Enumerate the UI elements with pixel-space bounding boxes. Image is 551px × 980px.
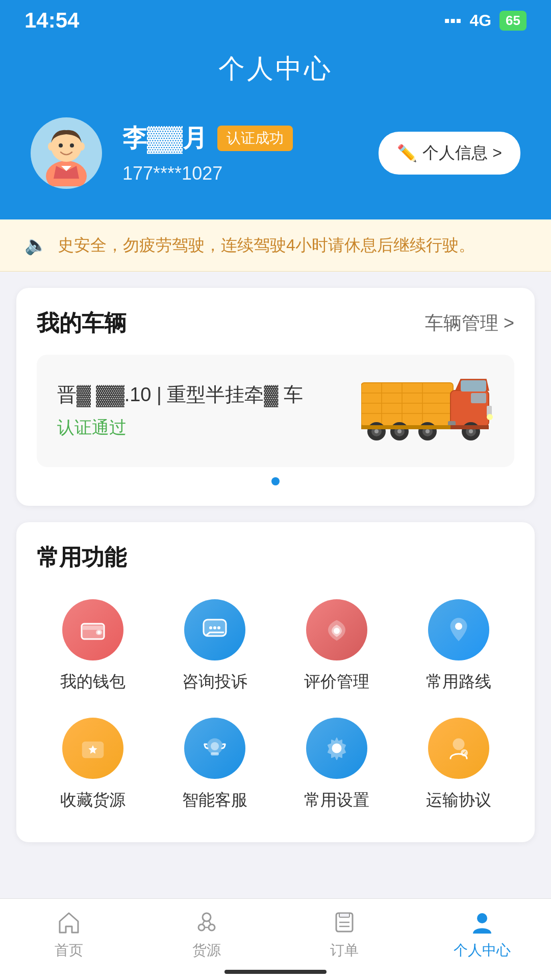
cert-badge: 认证成功 — [217, 126, 293, 151]
functions-grid: 我的钱包 咨询投诉 — [37, 589, 514, 822]
svg-point-5 — [48, 142, 54, 151]
collect-label: 收藏货源 — [60, 789, 126, 812]
profile-name: 李▓▓月 — [122, 122, 207, 155]
vehicle-card: 我的车辆 车辆管理 > 晋▓ ▓▓.10 | 重型半挂牵▓ 车 认证通过 — [16, 288, 535, 506]
svg-point-44 — [334, 628, 340, 634]
bottom-nav: 首页 货源 订单 个人中心 — [0, 898, 551, 980]
svg-rect-33 — [450, 425, 489, 429]
svg-rect-32 — [361, 425, 453, 429]
settings-icon — [306, 718, 367, 779]
edit-profile-label: 个人信息 > — [422, 142, 502, 164]
vehicle-plate: 晋▓ ▓▓.10 | 重型半挂牵▓ 车 — [57, 382, 361, 408]
svg-point-38 — [97, 631, 101, 634]
page-header: 个人中心 — [0, 41, 551, 117]
svg-point-6 — [79, 142, 85, 151]
protocol-label: 运输协议 — [426, 789, 491, 812]
complaint-icon — [184, 599, 245, 660]
nav-cargo[interactable]: 货源 — [138, 899, 276, 970]
nav-profile-label: 个人中心 — [454, 941, 511, 960]
home-indicator — [224, 970, 327, 974]
nav-home[interactable]: 首页 — [0, 899, 138, 970]
svg-point-27 — [425, 429, 430, 433]
cargo-icon — [193, 909, 220, 936]
function-settings[interactable]: 常用设置 — [281, 718, 392, 812]
svg-rect-64 — [339, 913, 349, 917]
nav-order[interactable]: 订单 — [276, 899, 413, 970]
svg-point-43 — [217, 626, 220, 629]
collect-icon — [62, 718, 123, 779]
edit-profile-button[interactable]: ✏️ 个人信息 > — [379, 132, 520, 175]
dot-indicator — [37, 477, 514, 485]
functions-section-title: 常用功能 — [37, 543, 127, 573]
svg-point-42 — [213, 626, 216, 629]
function-collect[interactable]: 收藏货源 — [37, 718, 148, 812]
svg-rect-16 — [471, 393, 486, 403]
vehicle-image — [361, 375, 494, 447]
function-review[interactable]: 评价管理 — [281, 599, 392, 693]
service-label: 智能客服 — [182, 789, 247, 812]
battery-badge: 65 — [499, 11, 527, 31]
svg-point-59 — [209, 924, 215, 930]
svg-point-45 — [455, 623, 462, 630]
profile-name-row: 李▓▓月 认证成功 — [122, 122, 293, 155]
svg-point-48 — [211, 742, 219, 750]
profile-section: 李▓▓月 认证成功 177****1027 ✏️ 个人信息 > — [0, 117, 551, 219]
profile-left: 李▓▓月 认证成功 177****1027 — [31, 117, 293, 189]
order-icon — [331, 909, 358, 936]
notice-text: 史安全，勿疲劳驾驶，连续驾驶4小时请休息后继续行驶。 — [58, 234, 475, 257]
network-badge: 4G — [469, 11, 491, 30]
signal-icon: ▪▪▪ — [444, 11, 461, 30]
edit-icon: ✏️ — [397, 143, 417, 163]
svg-point-41 — [209, 626, 212, 629]
profile-phone: 177****1027 — [122, 163, 293, 184]
svg-point-4 — [70, 143, 74, 148]
function-wallet[interactable]: 我的钱包 — [37, 599, 148, 693]
function-complaint[interactable]: 咨询投诉 — [159, 599, 270, 693]
route-icon — [428, 599, 489, 660]
vehicle-card-header: 我的车辆 车辆管理 > — [37, 308, 514, 338]
svg-point-58 — [198, 924, 205, 930]
function-service[interactable]: 智能客服 — [159, 718, 270, 812]
notice-bar: 🔈 史安全，勿疲劳驾驶，连续驾驶4小时请休息后继续行驶。 — [0, 219, 551, 272]
settings-label: 常用设置 — [304, 789, 369, 812]
status-time: 14:54 — [24, 8, 79, 33]
svg-rect-36 — [83, 626, 103, 630]
status-icons: ▪▪▪ 4G 65 — [444, 11, 527, 31]
svg-point-24 — [397, 429, 402, 433]
page-title: 个人中心 — [0, 51, 551, 87]
functions-card: 常用功能 我的钱包 — [16, 522, 535, 842]
svg-text:✓: ✓ — [462, 750, 466, 755]
svg-rect-49 — [211, 752, 219, 755]
home-icon — [56, 909, 82, 936]
functions-card-header: 常用功能 — [37, 543, 514, 573]
nav-home-label: 首页 — [55, 941, 83, 960]
svg-point-30 — [469, 429, 473, 433]
status-bar: 14:54 ▪▪▪ 4G 65 — [0, 0, 551, 41]
nav-order-label: 订单 — [330, 941, 359, 960]
svg-rect-7 — [361, 383, 453, 426]
dot-active — [271, 477, 280, 485]
service-icon — [184, 718, 245, 779]
svg-point-57 — [203, 913, 211, 921]
vehicle-details: 晋▓ ▓▓.10 | 重型半挂牵▓ 车 认证通过 — [57, 382, 361, 439]
svg-point-21 — [374, 429, 379, 433]
svg-rect-15 — [461, 380, 486, 391]
wallet-icon — [62, 599, 123, 660]
profile-info: 李▓▓月 认证成功 177****1027 — [122, 122, 293, 184]
vehicle-status: 认证通过 — [57, 416, 361, 439]
vehicle-manage-button[interactable]: 车辆管理 > — [425, 311, 514, 336]
function-route[interactable]: 常用路线 — [403, 599, 514, 693]
wallet-label: 我的钱包 — [60, 671, 126, 693]
nav-cargo-label: 货源 — [192, 941, 221, 960]
protocol-icon: ✓ — [428, 718, 489, 779]
avatar — [31, 117, 102, 189]
function-protocol[interactable]: ✓ 运输协议 — [403, 718, 514, 812]
nav-profile[interactable]: 个人中心 — [413, 899, 551, 970]
vehicle-section-title: 我的车辆 — [37, 308, 127, 338]
svg-point-3 — [59, 143, 63, 148]
route-label: 常用路线 — [426, 671, 491, 693]
svg-point-67 — [477, 913, 487, 923]
profile-icon — [469, 909, 495, 936]
vehicle-info-card[interactable]: 晋▓ ▓▓.10 | 重型半挂牵▓ 车 认证通过 — [37, 355, 514, 467]
svg-point-18 — [487, 414, 493, 420]
